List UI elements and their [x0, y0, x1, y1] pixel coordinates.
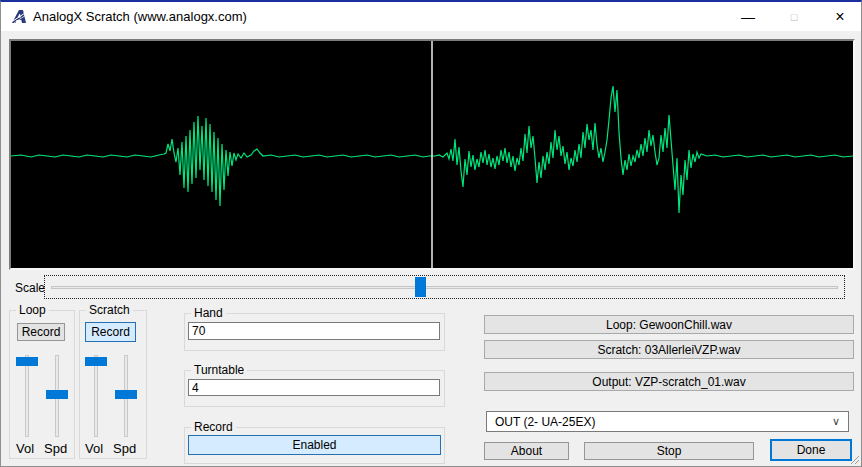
about-button-label: About	[511, 444, 542, 458]
scratch-group-label: Scratch	[86, 303, 133, 317]
waveform-svg	[11, 41, 853, 268]
hand-input[interactable]	[188, 322, 440, 340]
scale-slider-track[interactable]	[51, 286, 838, 289]
loop-volume-slider-thumb[interactable]	[16, 357, 38, 366]
resize-grip[interactable]	[848, 453, 860, 465]
hand-group-label: Hand	[191, 306, 226, 320]
record-enabled-button[interactable]: Enabled	[188, 435, 441, 455]
minimize-icon: —	[741, 9, 755, 25]
loop-volume-slider-track[interactable]	[25, 355, 29, 437]
scratch-speed-slider-thumb[interactable]	[115, 390, 137, 399]
scratch-file-label: Scratch: 03AllerleiVZP.wav	[597, 343, 740, 357]
close-icon: ×	[835, 8, 844, 26]
record-state-label: Enabled	[292, 438, 336, 452]
minimize-button[interactable]: —	[725, 2, 771, 31]
scratch-record-button[interactable]: Record	[85, 322, 136, 342]
scratch-volume-slider-track[interactable]	[94, 355, 98, 437]
window-title: AnalogX Scratch (www.analogx.com)	[33, 2, 247, 31]
analogx-logo-icon	[11, 9, 27, 25]
loop-record-label: Record	[22, 325, 61, 339]
loop-file-label: Loop: GewoonChill.wav	[606, 318, 732, 332]
waveform-display[interactable]	[9, 39, 855, 270]
stop-button[interactable]: Stop	[584, 442, 754, 460]
scale-slider[interactable]	[44, 275, 845, 299]
scratch-file-box[interactable]: Scratch: 03AllerleiVZP.wav	[484, 340, 854, 359]
app-window: AnalogX Scratch (www.analogx.com) — □ × …	[0, 0, 862, 467]
output-device-value: OUT (2- UA-25EX)	[495, 412, 595, 432]
record-group-label: Record	[191, 420, 236, 434]
turntable-group-label: Turntable	[191, 363, 247, 377]
loop-spd-label: Spd	[44, 441, 67, 456]
done-button-label: Done	[797, 443, 826, 457]
scale-slider-thumb[interactable]	[415, 277, 426, 297]
chevron-down-icon: ∨	[832, 412, 840, 431]
output-device-select[interactable]: OUT (2- UA-25EX) ∨	[486, 411, 849, 432]
maximize-button[interactable]: □	[771, 2, 817, 31]
output-file-box[interactable]: Output: VZP-scratch_01.wav	[484, 372, 854, 391]
loop-vol-label: Vol	[16, 441, 34, 456]
stop-button-label: Stop	[657, 444, 682, 458]
done-button[interactable]: Done	[770, 439, 852, 461]
about-button[interactable]: About	[484, 442, 569, 460]
scratch-vol-label: Vol	[85, 441, 103, 456]
scale-label: Scale	[15, 278, 45, 298]
loop-file-box[interactable]: Loop: GewoonChill.wav	[484, 315, 854, 334]
close-button[interactable]: ×	[817, 2, 862, 31]
loop-group-label: Loop	[16, 303, 49, 317]
maximize-icon: □	[791, 11, 798, 23]
title-bar: AnalogX Scratch (www.analogx.com) — □ ×	[1, 2, 861, 31]
scratch-record-label: Record	[91, 325, 130, 339]
turntable-input[interactable]	[188, 379, 440, 396]
loop-speed-slider-thumb[interactable]	[46, 390, 68, 399]
scratch-spd-label: Spd	[113, 441, 136, 456]
output-file-label: Output: VZP-scratch_01.wav	[592, 375, 745, 389]
scratch-volume-slider-thumb[interactable]	[85, 357, 107, 366]
loop-record-button[interactable]: Record	[17, 323, 65, 341]
